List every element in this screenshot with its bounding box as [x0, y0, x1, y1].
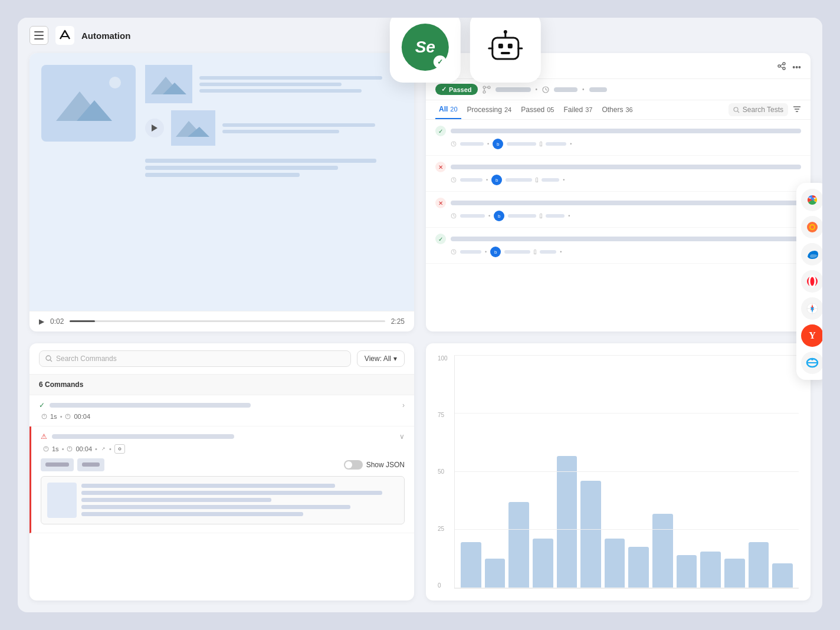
share-icon[interactable]	[777, 61, 786, 73]
video-text-lines	[145, 159, 402, 177]
video-card: ▶ 0:02 2:25	[29, 53, 414, 332]
browser-opera[interactable]	[801, 270, 822, 293]
status-failed-icon: ✕	[435, 198, 446, 208]
apple-icon: 	[534, 248, 536, 255]
progress-fill	[70, 320, 95, 322]
cmd-duration-2: 00:04	[76, 445, 92, 452]
grid-line	[455, 471, 799, 472]
cmd-duration-1: 00:04	[74, 413, 90, 420]
tab-processing[interactable]: Processing 24	[464, 101, 516, 119]
pill-bar	[82, 462, 100, 467]
chart-bar	[700, 552, 721, 588]
floating-icons: Se ✓	[390, 18, 541, 83]
more-icon[interactable]: •••	[792, 63, 801, 72]
small-bar	[460, 178, 483, 182]
pill-bar	[45, 462, 69, 467]
dot-1: •	[536, 86, 538, 93]
cmd-time-2: 1s	[52, 445, 59, 452]
browser-yandex[interactable]: Y	[801, 324, 822, 347]
bar-group	[749, 361, 769, 589]
small-bar	[508, 214, 536, 218]
play-icon[interactable]: ▶	[39, 317, 44, 326]
app-title: Automation	[81, 31, 130, 41]
cmd-name-bar	[50, 403, 251, 408]
search-icon	[45, 355, 52, 362]
browser-chrome[interactable]	[801, 189, 822, 211]
collapse-icon[interactable]: ∨	[399, 432, 405, 441]
main-container: Se ✓	[18, 18, 822, 612]
svg-point-25	[783, 67, 785, 70]
commands-search-input[interactable]: Search Commands	[39, 350, 351, 367]
y-label-50: 50	[438, 468, 449, 475]
expand-icon[interactable]: ›	[402, 401, 405, 409]
svg-line-35	[546, 90, 547, 90]
clock-small-icon	[451, 249, 457, 255]
small-bar	[506, 178, 532, 182]
table-row[interactable]: ✓ • b  •	[426, 120, 811, 156]
browser-firefox[interactable]	[801, 216, 822, 238]
dot-sep: •	[560, 249, 562, 255]
chart-bar	[605, 539, 625, 588]
meta-bar-3	[589, 87, 607, 92]
show-json-label: Show JSON	[366, 461, 405, 469]
svg-point-15	[109, 77, 121, 88]
command-item-success[interactable]: ✓ › 1s • 00:04	[29, 395, 414, 426]
test-name-bar	[451, 237, 801, 241]
small-bar	[540, 250, 556, 254]
stopwatch-icon	[65, 414, 71, 419]
small-bar	[546, 214, 565, 218]
gear-button[interactable]	[114, 444, 125, 454]
svg-point-53	[46, 356, 51, 360]
menu-button[interactable]	[29, 26, 48, 45]
browser-ie[interactable]	[801, 352, 822, 374]
view-all-label: View: All	[365, 355, 391, 363]
chart-area: 100 75 50 25 0	[438, 355, 799, 589]
toggle[interactable]	[344, 460, 363, 470]
y-axis-labels: 100 75 50 25 0	[438, 355, 454, 589]
tab-failed[interactable]: Failed 37	[560, 101, 596, 119]
app-logo	[55, 26, 74, 45]
video-right	[145, 65, 402, 177]
bar-group	[508, 361, 529, 589]
err-line	[81, 498, 271, 502]
stopwatch-icon	[67, 446, 73, 452]
video-line	[199, 89, 362, 93]
chart-bar	[772, 563, 793, 588]
y-label-0: 0	[438, 582, 449, 589]
view-all-button[interactable]: View: All ▾	[357, 350, 405, 367]
svg-line-52	[454, 252, 455, 252]
svg-point-30	[483, 91, 485, 93]
progress-bar[interactable]	[70, 320, 385, 322]
clock-icon	[542, 86, 549, 93]
video-line	[222, 123, 375, 127]
browser-edge[interactable]	[801, 243, 822, 265]
tab-all[interactable]: All 20	[435, 100, 461, 119]
dot-sep: •	[487, 141, 489, 147]
browser-safari[interactable]	[801, 297, 822, 320]
grid-line	[455, 355, 799, 356]
test-name-bar	[451, 201, 801, 205]
svg-point-29	[488, 86, 490, 88]
search-icon	[733, 107, 740, 113]
table-row[interactable]: ✓ • b  •	[426, 228, 811, 264]
svg-point-70	[811, 225, 814, 229]
svg-point-23	[783, 63, 785, 65]
svg-rect-1	[498, 44, 503, 48]
bar-group	[724, 361, 745, 589]
table-row[interactable]: ✕ • b  •	[426, 156, 811, 192]
robot-icon	[488, 29, 523, 65]
play-button[interactable]	[145, 119, 164, 137]
video-line	[222, 130, 339, 133]
table-row[interactable]: ✕ • b  •	[426, 192, 811, 228]
show-json-toggle[interactable]: Show JSON	[344, 460, 405, 470]
tab-others[interactable]: Others 36	[598, 101, 636, 119]
test-search[interactable]: Search Tests	[729, 103, 788, 116]
apple-icon: 	[540, 140, 542, 147]
search-placeholder: Search Tests	[743, 106, 783, 114]
svg-point-24	[778, 65, 780, 67]
filter-icon[interactable]	[793, 105, 801, 115]
tab-passed[interactable]: Passed 05	[517, 101, 557, 119]
command-item-error[interactable]: ⚠ ∨ 1s • 00:04 • •	[29, 426, 414, 533]
meta-bar-2	[554, 87, 578, 92]
video-play-row	[145, 65, 402, 103]
